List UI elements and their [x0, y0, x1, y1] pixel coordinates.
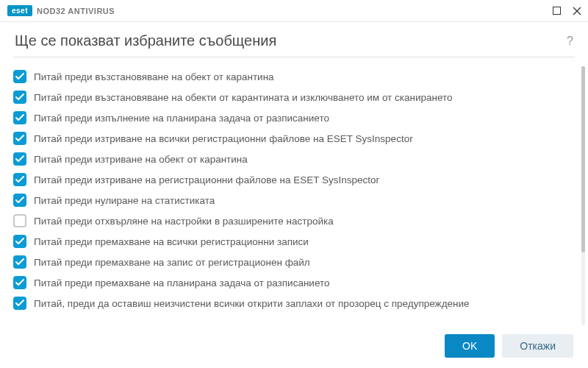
check-icon [15, 279, 24, 286]
check-icon [15, 155, 24, 163]
list-item: Питай преди възстановяване на обекти от … [13, 87, 573, 107]
brand-badge: eset [7, 5, 32, 16]
checkbox[interactable] [13, 132, 26, 145]
check-icon [15, 135, 24, 142]
checkbox[interactable] [13, 173, 26, 186]
checkbox[interactable] [13, 297, 26, 310]
checkbox[interactable] [13, 276, 26, 289]
checkbox-label[interactable]: Питай преди премахване на всички регистр… [34, 236, 309, 247]
messages-list: Питай преди възстановяване на обект от к… [0, 66, 588, 325]
check-icon [15, 258, 24, 266]
checkbox-label[interactable]: Питай преди нулиране на статистиката [34, 195, 215, 206]
list-item: Питай, преди да оставиш неизчистени всич… [13, 293, 573, 314]
list-item: Питай преди премахване на запис от регис… [13, 252, 573, 272]
checkbox-label[interactable]: Питай, преди да оставиш неизчистени всич… [34, 298, 470, 309]
checkbox-label[interactable]: Питай преди премахване на запис от регис… [34, 257, 310, 268]
check-icon [15, 238, 24, 245]
titlebar-logo: eset NOD32 ANTIVIRUS [7, 5, 115, 16]
checkbox-label[interactable]: Питай преди изтриване на регистрационни … [34, 174, 379, 185]
checkbox[interactable] [13, 152, 26, 166]
list-item: Питай преди премахване на всички регистр… [13, 231, 573, 252]
ok-button[interactable]: OK [445, 334, 495, 358]
product-name: NOD32 ANTIVIRUS [37, 7, 115, 15]
check-icon [15, 93, 24, 101]
check-icon [15, 73, 24, 80]
list-item: Питай преди изтриване на регистрационни … [13, 169, 573, 190]
checkbox[interactable] [13, 91, 26, 104]
checkbox-label[interactable]: Питай преди възстановяване на обект от к… [34, 71, 274, 82]
checkbox[interactable] [13, 194, 26, 207]
close-icon [573, 7, 581, 15]
maximize-icon [553, 7, 561, 15]
window-controls [551, 6, 582, 16]
checkbox[interactable] [13, 255, 26, 269]
list-item: Питай преди нулиране на статистиката [13, 190, 573, 210]
checkbox-label[interactable]: Питай преди възстановяване на обекти от … [34, 92, 453, 103]
checkbox-label[interactable]: Питай преди изпълнение на планирана зада… [34, 113, 329, 124]
list-item: Питай преди възстановяване на обект от к… [13, 66, 573, 87]
close-button[interactable] [572, 6, 582, 16]
list-item: Питай преди изтриване на обект от карант… [13, 149, 573, 169]
check-icon [15, 197, 24, 204]
checkbox-label[interactable]: Питай преди изтриване на всички регистра… [34, 133, 413, 144]
check-icon [15, 176, 24, 183]
checkbox[interactable] [13, 214, 26, 227]
list-item: Питай преди изтриване на всички регистра… [13, 128, 573, 149]
cancel-button[interactable]: Откажи [502, 334, 573, 358]
checkbox-label[interactable]: Питай преди премахване на планирана зада… [34, 277, 330, 289]
checkbox-label[interactable]: Питай преди отхвърляне на настройки в ра… [34, 216, 334, 227]
checkbox-label[interactable]: Питай преди изтриване на обект от карант… [34, 154, 248, 165]
scrollbar-thumb[interactable] [581, 66, 585, 252]
dialog-footer: OK Откажи [0, 325, 588, 368]
list-item: Питай преди отхвърляне на настройки в ра… [13, 210, 573, 231]
check-icon [15, 300, 24, 307]
page-title: Ще се показват избраните съобщения [15, 32, 276, 49]
list-item: Питай преди изпълнение на планирана зада… [13, 107, 573, 128]
checkbox[interactable] [13, 235, 26, 248]
header-divider [13, 57, 575, 57]
checkbox[interactable] [13, 111, 26, 124]
dialog-header: Ще се показват избраните съобщения ? [0, 22, 588, 57]
maximize-button[interactable] [551, 6, 562, 16]
help-button[interactable]: ? [567, 35, 573, 48]
check-icon [15, 114, 24, 121]
scrollbar[interactable] [581, 66, 585, 325]
checkbox[interactable] [13, 70, 26, 83]
titlebar: eset NOD32 ANTIVIRUS [0, 0, 588, 22]
help-icon: ? [567, 35, 573, 47]
svg-rect-0 [553, 7, 560, 15]
list-item: Питай преди премахване на планирана зада… [13, 272, 573, 293]
